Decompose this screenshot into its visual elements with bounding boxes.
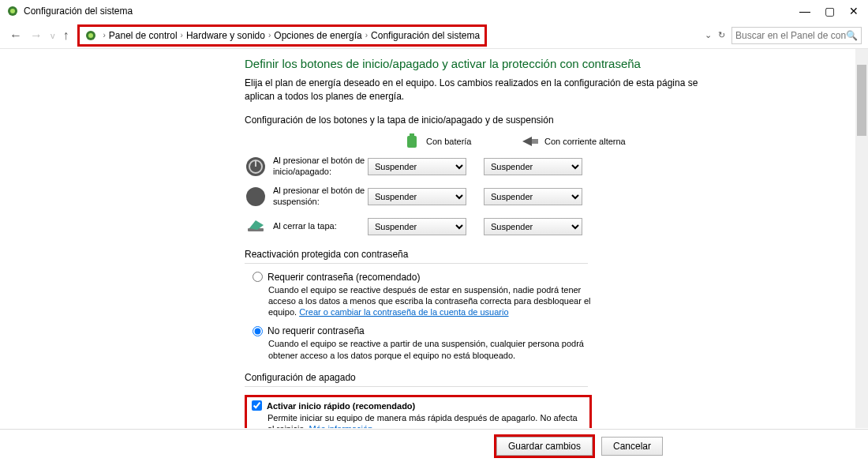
link-more-info[interactable]: Más información bbox=[309, 424, 373, 428]
radio-nopass-input[interactable] bbox=[253, 326, 263, 336]
save-highlight: Guardar cambios bbox=[494, 434, 595, 458]
chk-fast-startup-desc: Permite iniciar su equipo de manera más … bbox=[268, 412, 585, 428]
radio-no-password: No requerir contraseña Cuando el equipo … bbox=[253, 325, 844, 361]
divider bbox=[245, 386, 588, 387]
page-heading: Definir los botones de inicio/apagado y … bbox=[245, 57, 844, 70]
window-icon bbox=[6, 5, 19, 17]
row-sleep-button: Al presionar el botón de suspensión: Sus… bbox=[245, 186, 844, 208]
col-ac-label: Con corriente alterna bbox=[544, 137, 626, 146]
radio-require-label[interactable]: Requerir contraseña (recomendado) bbox=[253, 272, 844, 283]
svg-point-1 bbox=[10, 9, 15, 13]
select-power-battery[interactable]: Suspender bbox=[368, 158, 466, 175]
search-box[interactable]: 🔍 bbox=[731, 27, 862, 44]
section-password-label: Reactivación protegida con contraseña bbox=[245, 249, 844, 260]
section-buttons-label: Configuración de los botones y la tapa d… bbox=[245, 115, 844, 126]
chevron-right-icon: › bbox=[181, 31, 183, 39]
breadcrumb-item[interactable]: Hardware y sonido bbox=[186, 30, 265, 41]
link-change-password[interactable]: Crear o cambiar la contraseña de la cuen… bbox=[299, 307, 508, 317]
radio-require-input[interactable] bbox=[253, 272, 263, 282]
breadcrumb-icon bbox=[84, 29, 97, 42]
maximize-button[interactable]: ▢ bbox=[825, 5, 835, 17]
select-sleep-battery[interactable]: Suspender bbox=[368, 188, 466, 205]
cancel-button[interactable]: Cancelar bbox=[601, 437, 663, 456]
radio-require-desc: Cuando el equipo se reactive después de … bbox=[268, 284, 600, 318]
breadcrumb-item[interactable]: Panel de control bbox=[109, 30, 178, 41]
scrollbar[interactable] bbox=[855, 49, 868, 428]
window-title: Configuración del sistema bbox=[24, 6, 799, 17]
battery-icon bbox=[402, 133, 421, 149]
svg-rect-5 bbox=[410, 133, 414, 136]
plug-icon bbox=[521, 133, 540, 149]
row-power-button: Al presionar el botón de inicio/apagado:… bbox=[245, 156, 844, 178]
col-ac: Con corriente alterna bbox=[521, 133, 639, 149]
chk-fast-startup-label: Activar inicio rápido (recomendado) bbox=[267, 401, 415, 411]
chevron-right-icon: › bbox=[365, 31, 368, 39]
section-shutdown-label: Configuración de apagado bbox=[245, 372, 844, 383]
divider bbox=[245, 263, 588, 264]
refresh-icon[interactable]: ↻ bbox=[718, 30, 725, 40]
titlebar: Configuración del sistema — ▢ ✕ bbox=[0, 0, 868, 22]
chevron-right-icon: › bbox=[103, 31, 106, 39]
sleep-icon bbox=[245, 186, 267, 208]
select-power-ac[interactable]: Suspender bbox=[484, 158, 582, 175]
fast-startup-highlight: Activar inicio rápido (recomendado) Perm… bbox=[245, 395, 592, 428]
radio-nopass-label[interactable]: No requerir contraseña bbox=[253, 325, 844, 336]
svg-point-10 bbox=[246, 187, 265, 206]
select-lid-ac[interactable]: Suspender bbox=[484, 218, 582, 235]
radio-nopass-desc: Cuando el equipo se reactive a partir de… bbox=[268, 338, 600, 361]
row-label: Al presionar el botón de suspensión: bbox=[273, 186, 368, 206]
chk-fast-startup-input[interactable] bbox=[252, 400, 262, 411]
close-button[interactable]: ✕ bbox=[849, 5, 859, 17]
col-battery-label: Con batería bbox=[426, 137, 471, 146]
chk-fast-startup[interactable]: Activar inicio rápido (recomendado) bbox=[252, 400, 585, 411]
address-dropdown-icon[interactable]: ⌄ bbox=[705, 30, 712, 40]
radio-require-password: Requerir contraseña (recomendado) Cuando… bbox=[253, 272, 844, 318]
select-sleep-ac[interactable]: Suspender bbox=[484, 188, 582, 205]
minimize-button[interactable]: — bbox=[799, 5, 810, 17]
row-label: Al cerrar la tapa: bbox=[273, 221, 368, 231]
page-subtext: Elija el plan de energía deseado en el e… bbox=[245, 77, 726, 103]
power-icon bbox=[245, 156, 267, 178]
row-label: Al presionar el botón de inicio/apagado: bbox=[273, 156, 368, 176]
svg-rect-6 bbox=[532, 139, 538, 144]
breadcrumb: › Panel de control › Hardware y sonido ›… bbox=[77, 24, 488, 47]
content-area: Definir los botones de inicio/apagado y … bbox=[0, 49, 868, 428]
select-lid-battery[interactable]: Suspender bbox=[368, 218, 466, 235]
up-button[interactable]: ↑ bbox=[63, 28, 69, 43]
back-button[interactable]: ← bbox=[9, 28, 22, 43]
search-input[interactable] bbox=[735, 30, 846, 41]
column-headers: Con batería Con corriente alterna bbox=[402, 133, 844, 149]
save-button[interactable]: Guardar cambios bbox=[496, 437, 593, 456]
window-buttons: — ▢ ✕ bbox=[799, 5, 859, 17]
footer: Guardar cambios Cancelar bbox=[0, 429, 868, 462]
recent-dropdown[interactable]: v bbox=[51, 31, 55, 40]
chevron-right-icon: › bbox=[268, 31, 271, 39]
col-battery: Con batería bbox=[402, 133, 521, 149]
nav-bar: ← → v ↑ › Panel de control › Hardware y … bbox=[0, 22, 868, 49]
laptop-icon bbox=[245, 216, 267, 238]
breadcrumb-item[interactable]: Opciones de energía bbox=[274, 30, 361, 41]
breadcrumb-item[interactable]: Configuración del sistema bbox=[371, 30, 480, 41]
svg-rect-4 bbox=[407, 136, 417, 148]
scrollbar-thumb[interactable] bbox=[857, 65, 866, 136]
search-icon: 🔍 bbox=[846, 30, 858, 41]
svg-point-3 bbox=[88, 33, 93, 38]
forward-button[interactable]: → bbox=[30, 28, 43, 43]
row-lid-close: Al cerrar la tapa: Suspender Suspender bbox=[245, 216, 844, 238]
